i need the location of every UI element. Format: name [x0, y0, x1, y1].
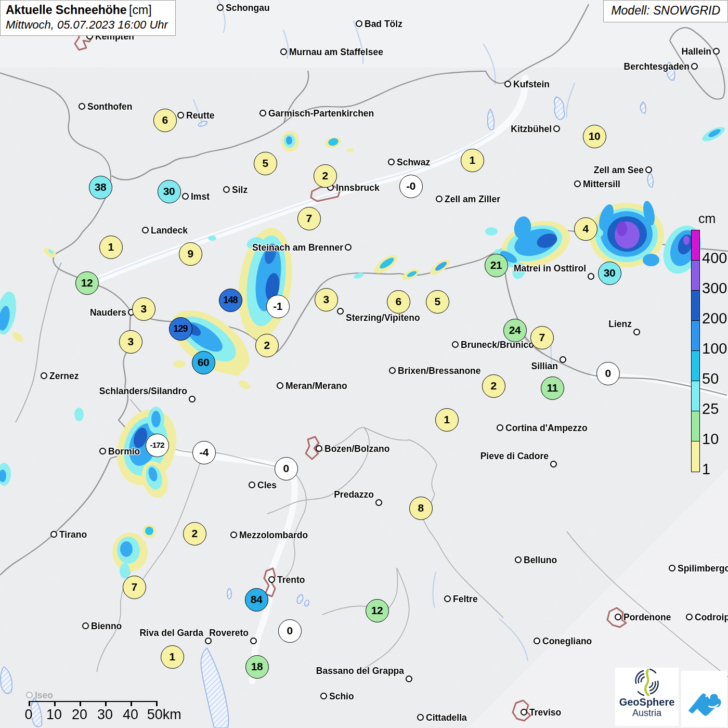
snow-value-badge: 38 — [89, 176, 112, 199]
snow-value-badge: 12 — [75, 271, 99, 295]
snow-value-badge: 0 — [596, 362, 620, 385]
badge-layer: 610152-0383074192130121483-1653129247326… — [0, 0, 728, 728]
legend-segment — [692, 351, 699, 381]
snow-value-badge: 84 — [245, 588, 268, 612]
snow-value-badge: 24 — [503, 319, 527, 342]
scale-label: 50km — [147, 707, 181, 723]
snow-value-badge: 2 — [183, 522, 206, 545]
snow-value-badge: 12 — [366, 599, 389, 622]
snow-value-badge: 10 — [583, 125, 606, 148]
snow-value-badge: 4 — [574, 217, 597, 241]
snow-value-badge: 129 — [169, 317, 192, 341]
snow-value-badge: 21 — [485, 254, 508, 277]
legend-tick-label: 1 — [702, 462, 710, 477]
snow-value-badge: 3 — [132, 297, 155, 321]
snow-value-badge: 7 — [530, 326, 554, 349]
snow-value-badge: 11 — [541, 376, 564, 400]
snow-value-badge: -172 — [146, 434, 169, 457]
scale-tick — [131, 701, 132, 706]
title-box: Aktuelle Schneehöhe [cm] Mittwoch, 05.07… — [0, 0, 176, 36]
scale-tick — [80, 701, 81, 706]
snow-value-badge: 7 — [297, 207, 321, 230]
snow-value-badge: 8 — [409, 497, 433, 520]
snow-value-badge: 0 — [275, 457, 298, 480]
snow-value-badge: 2 — [314, 164, 337, 188]
map-subtitle: Mittwoch, 05.07.2023 16:00 Uhr — [6, 18, 168, 32]
snow-value-badge: 7 — [123, 576, 146, 599]
snow-value-badge: 3 — [119, 330, 142, 354]
scale-tick — [54, 701, 56, 706]
snow-value-badge: 0 — [278, 619, 302, 643]
snow-value-badge: -4 — [192, 441, 216, 464]
snow-value-badge: -1 — [266, 295, 290, 318]
legend-segment — [692, 230, 699, 261]
snow-depth-map: Iseo Schongau Bad Tölz Kempten Murnau am… — [0, 0, 728, 728]
legend-segment — [692, 441, 699, 472]
geosphere-country: Austria — [632, 708, 661, 718]
title-text: Aktuelle Schneehöhe — [6, 3, 127, 17]
legend-tick-label: 200 — [702, 311, 727, 326]
snow-value-badge: 6 — [387, 290, 410, 314]
snow-value-badge: 9 — [179, 242, 202, 266]
snow-value-badge: 1 — [99, 236, 123, 259]
snow-value-badge: 1 — [461, 149, 484, 172]
legend-tick-label: 300 — [702, 281, 727, 296]
snow-value-badge: 30 — [598, 262, 621, 285]
legend-tick-label: 100 — [702, 341, 727, 356]
legend-unit-label: cm — [698, 211, 716, 226]
geosphere-logo: GeoSphere Austria — [615, 668, 679, 726]
snow-value-badge: 60 — [192, 351, 215, 374]
geosphere-name: GeoSphere — [619, 697, 675, 708]
snow-value-badge: 148 — [219, 289, 242, 312]
snow-value-badge: 2 — [255, 334, 279, 357]
title-unit: [cm] — [129, 3, 151, 17]
model-box: Modell: SNOWGRID — [603, 0, 728, 22]
snow-value-badge: 5 — [426, 290, 449, 314]
snow-value-badge: 2 — [482, 374, 505, 398]
snow-value-badge: 1 — [161, 645, 184, 669]
scale-label: 40 — [123, 707, 138, 723]
snow-value-badge: -0 — [399, 175, 423, 198]
legend-segment — [692, 381, 699, 411]
scale-bar-line — [29, 701, 157, 702]
geosphere-logo-icon — [633, 668, 661, 697]
legend-colorbar — [691, 230, 700, 472]
scale-label: 30 — [97, 707, 113, 723]
scale-tick — [29, 701, 30, 706]
legend: cm 4003002001005025101 — [691, 230, 700, 472]
snow-value-badge: 1 — [435, 408, 459, 432]
snow-value-badge: 5 — [254, 152, 277, 175]
legend-segment — [692, 261, 699, 291]
scale-bar: 01020304050km — [29, 696, 159, 726]
mountain-cloud-icon — [685, 679, 723, 719]
avalanche-logo — [681, 671, 727, 727]
legend-segment — [692, 321, 699, 351]
legend-tick-label: 400 — [702, 251, 727, 266]
legend-segment — [692, 411, 699, 441]
snow-value-badge: 30 — [158, 180, 181, 203]
legend-tick-label: 50 — [702, 371, 719, 386]
scale-label: 10 — [46, 707, 62, 723]
snow-value-badge: 3 — [315, 288, 338, 311]
legend-tick-label: 10 — [702, 432, 719, 447]
scale-tick — [105, 701, 107, 706]
scale-label: 20 — [72, 707, 87, 723]
legend-tick-label: 25 — [702, 401, 719, 417]
snow-value-badge: 18 — [245, 655, 269, 679]
scale-label: 0 — [24, 707, 32, 723]
scale-tick — [156, 701, 158, 706]
map-title: Aktuelle Schneehöhe [cm] — [6, 3, 168, 17]
snow-value-badge: 6 — [153, 109, 177, 132]
legend-segment — [692, 291, 699, 321]
